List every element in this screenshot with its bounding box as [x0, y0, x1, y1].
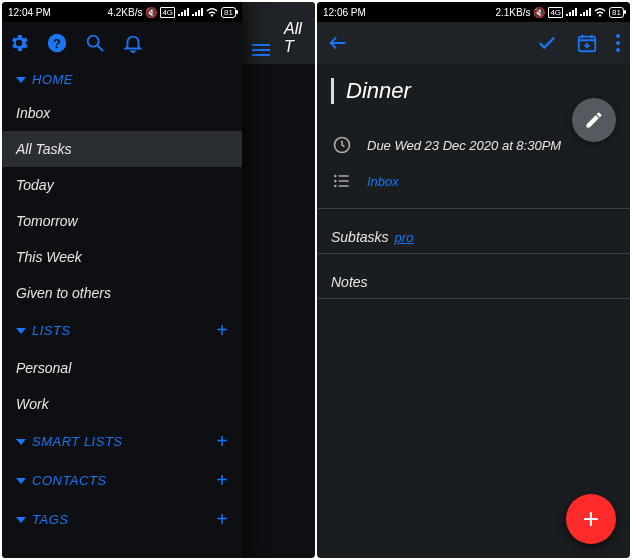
- status-speed: 4.2KB/s: [107, 7, 142, 18]
- svg-point-2: [88, 36, 99, 47]
- screen-task-detail: 12:06 PM 2.1KB/s 🔇 4G 81: [317, 2, 630, 558]
- add-list-button[interactable]: +: [216, 319, 228, 342]
- list-item-personal[interactable]: Personal: [2, 350, 242, 386]
- back-icon[interactable]: [327, 32, 349, 54]
- list-icon: [331, 170, 353, 192]
- status-time: 12:06 PM: [323, 7, 366, 18]
- section-home-label: HOME: [32, 72, 73, 87]
- signal-icon: [178, 8, 189, 16]
- divider: [317, 298, 630, 299]
- list-row[interactable]: Inbox: [331, 170, 616, 208]
- notes-label: Notes: [331, 274, 368, 290]
- status-bar: 12:06 PM 2.1KB/s 🔇 4G 81: [317, 2, 630, 22]
- text-cursor: [331, 78, 334, 104]
- screen-nav-drawer: All T 12:04 PM 4.2KB/s 🔇 4G 81: [2, 2, 315, 558]
- chevron-down-icon: [16, 478, 26, 484]
- signal-icon-2: [580, 8, 591, 16]
- status-bar: 12:04 PM 4.2KB/s 🔇 4G 81: [2, 2, 242, 22]
- chevron-down-icon: [16, 77, 26, 83]
- edit-fab[interactable]: [572, 98, 616, 142]
- subtasks-header[interactable]: Subtasks pro: [331, 223, 616, 253]
- notes-header[interactable]: Notes: [331, 268, 616, 298]
- divider: [317, 208, 630, 209]
- chevron-down-icon: [16, 439, 26, 445]
- status-speed: 2.1KB/s: [495, 7, 530, 18]
- list-item-work[interactable]: Work: [2, 386, 242, 422]
- drawer-topbar: ?: [2, 22, 242, 64]
- section-contacts[interactable]: CONTACTS +: [2, 461, 242, 500]
- section-tags[interactable]: TAGS +: [2, 500, 242, 539]
- svg-point-16: [334, 185, 337, 188]
- nav-item-given-to-others[interactable]: Given to others: [2, 275, 242, 311]
- chevron-down-icon: [16, 328, 26, 334]
- nav-item-inbox[interactable]: Inbox: [2, 95, 242, 131]
- nav-drawer: 12:04 PM 4.2KB/s 🔇 4G 81: [2, 2, 242, 558]
- network-badge: 4G: [548, 7, 563, 18]
- main-appbar-under-drawer: All T: [242, 2, 315, 64]
- gear-icon[interactable]: [8, 32, 30, 54]
- task-appbar: [317, 22, 630, 64]
- signal-icon: [566, 8, 577, 16]
- section-tags-label: TAGS: [32, 512, 68, 527]
- list-name: Inbox: [367, 174, 399, 189]
- svg-text:?: ?: [53, 36, 61, 51]
- section-lists[interactable]: LISTS +: [2, 311, 242, 350]
- mute-icon: 🔇: [145, 7, 157, 18]
- section-lists-label: LISTS: [32, 323, 71, 338]
- svg-point-14: [334, 175, 337, 178]
- pro-badge[interactable]: pro: [395, 230, 414, 245]
- svg-line-3: [98, 46, 104, 52]
- overflow-menu-icon[interactable]: [616, 34, 620, 52]
- battery-icon: 81: [609, 7, 624, 18]
- task-title: Dinner: [346, 78, 411, 104]
- nav-item-tomorrow[interactable]: Tomorrow: [2, 203, 242, 239]
- battery-icon: 81: [221, 7, 236, 18]
- help-icon[interactable]: ?: [46, 32, 68, 54]
- divider: [317, 253, 630, 254]
- svg-point-15: [334, 180, 337, 183]
- add-fab[interactable]: +: [566, 494, 616, 544]
- nav-item-this-week[interactable]: This Week: [2, 239, 242, 275]
- nav-item-all-tasks[interactable]: All Tasks: [2, 131, 242, 167]
- status-time: 12:04 PM: [8, 7, 51, 18]
- chevron-down-icon: [16, 517, 26, 523]
- network-badge: 4G: [160, 7, 175, 18]
- due-row[interactable]: Due Wed 23 Dec 2020 at 8:30PM: [331, 134, 616, 156]
- task-title-row[interactable]: Dinner: [331, 78, 616, 104]
- mute-icon: 🔇: [533, 7, 545, 18]
- confirm-icon[interactable]: [536, 32, 558, 54]
- add-contact-button[interactable]: +: [216, 469, 228, 492]
- main-title: All T: [284, 20, 315, 56]
- clock-icon: [331, 134, 353, 156]
- section-home[interactable]: HOME: [2, 64, 242, 95]
- section-contacts-label: CONTACTS: [32, 473, 107, 488]
- nav-item-today[interactable]: Today: [2, 167, 242, 203]
- signal-icon-2: [192, 8, 203, 16]
- search-icon[interactable]: [84, 32, 106, 54]
- bell-icon[interactable]: [122, 32, 144, 54]
- wifi-icon: [206, 7, 218, 17]
- due-text: Due Wed 23 Dec 2020 at 8:30PM: [367, 138, 561, 153]
- wifi-icon: [594, 7, 606, 17]
- section-smart-lists[interactable]: SMART LISTS +: [2, 422, 242, 461]
- subtasks-label: Subtasks: [331, 229, 389, 245]
- add-smart-list-button[interactable]: +: [216, 430, 228, 453]
- add-tag-button[interactable]: +: [216, 508, 228, 531]
- hamburger-icon[interactable]: [252, 44, 270, 56]
- calendar-add-icon[interactable]: [576, 32, 598, 54]
- section-smart-label: SMART LISTS: [32, 434, 123, 449]
